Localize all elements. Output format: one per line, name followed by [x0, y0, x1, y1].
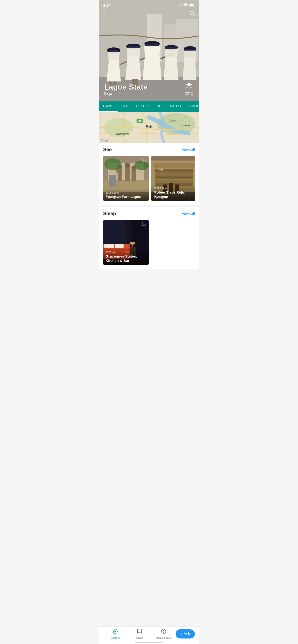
search-button[interactable] — [190, 10, 195, 17]
svg-rect-14 — [145, 44, 159, 46]
mobee-museum-distance: 13093.1km — [154, 187, 194, 190]
svg-rect-51 — [109, 175, 116, 187]
freedom-park-card[interactable]: 13055.1km Freedom Park Lagos ♥ 0 💬 0 — [103, 156, 149, 201]
svg-rect-61 — [155, 176, 193, 179]
svg-rect-11 — [128, 46, 139, 48]
svg-point-26 — [187, 83, 191, 86]
svg-rect-75 — [115, 244, 123, 248]
hero-subtitle: Ikeja — [104, 92, 147, 96]
heart-icon-2: ♥ — [154, 196, 156, 199]
freedom-park-overlay: 13055.1km Freedom Park Lagos ♥ 0 💬 0 — [103, 189, 149, 201]
heart-icon: ♥ — [106, 196, 107, 199]
svg-rect-60 — [155, 173, 193, 176]
svg-rect-19 — [184, 49, 196, 50]
comment-icon: 💬 — [112, 196, 116, 199]
svg-rect-8 — [109, 50, 118, 52]
status-time: 8:24 — [103, 3, 110, 8]
gracennys-bookmark[interactable] — [142, 222, 147, 228]
see-view-all-button[interactable]: View all — [182, 148, 195, 152]
svg-rect-49 — [131, 169, 136, 181]
map-container[interactable]: A5 Ojodu Ikorodu Ikeja ALIMOSHO Google — [99, 112, 199, 143]
tab-shop[interactable]: SHOP — [186, 100, 199, 112]
wifi-icon — [183, 3, 188, 8]
mobee-museum-overlay: 13093.1km Mobee Slave Relic Museum ♥ 0 💬… — [151, 184, 195, 201]
svg-point-53 — [104, 158, 121, 170]
tab-party[interactable]: PARTY — [166, 100, 186, 112]
see-section: See View all — [99, 143, 199, 205]
see-cards-row: 13055.1km Freedom Park Lagos ♥ 0 💬 0 — [103, 156, 195, 205]
gracennys-overlay: 13071km Gracennys Suites, Kitchen & Bar — [103, 248, 149, 265]
tab-home[interactable]: HOME — [99, 100, 117, 112]
battery-icon — [189, 3, 195, 8]
hero-section: ‹ Lagos State Ikeja 22°C — [99, 0, 199, 100]
freedom-park-stats: ♥ 0 💬 0 — [106, 196, 119, 199]
tab-see[interactable]: SEE — [117, 100, 132, 112]
svg-text:Ojodu: Ojodu — [169, 119, 176, 122]
svg-rect-1 — [190, 4, 194, 6]
svg-text:ALIMOSHO: ALIMOSHO — [116, 132, 129, 135]
sleep-cards-row: 13071km Gracennys Suites, Kitchen & Bar — [103, 220, 195, 269]
status-bar: 8:24 ▲ — [99, 0, 199, 10]
svg-text:Google: Google — [101, 139, 109, 142]
svg-text:Ikeja: Ikeja — [146, 125, 153, 128]
svg-text:A5: A5 — [138, 119, 141, 122]
back-button[interactable]: ‹ — [103, 10, 105, 17]
tab-eat[interactable]: EAT — [152, 100, 166, 112]
gracennys-card[interactable]: 13071km Gracennys Suites, Kitchen & Bar — [103, 220, 149, 265]
weather-icon — [184, 80, 194, 92]
sleep-view-all-button[interactable]: View all — [182, 212, 195, 216]
svg-point-78 — [129, 242, 135, 244]
see-title: See — [103, 147, 112, 152]
map-svg: A5 Ojodu Ikorodu Ikeja ALIMOSHO Google — [99, 112, 199, 143]
svg-rect-57 — [154, 163, 194, 168]
nav-tabs: HOME SEE SLEEP EAT PARTY SHOP — [99, 100, 199, 112]
sleep-section-header: Sleep View all — [103, 211, 195, 216]
svg-rect-44 — [117, 168, 122, 181]
mobee-museum-likes: ♥ 0 — [154, 196, 158, 199]
freedom-park-likes: ♥ 0 — [106, 196, 110, 199]
svg-point-48 — [125, 163, 130, 168]
freedom-park-comments: 💬 0 — [112, 196, 119, 199]
svg-line-25 — [193, 14, 194, 15]
mobee-museum-comments: 💬 0 — [161, 196, 167, 199]
freedom-park-bookmark[interactable] — [142, 158, 147, 164]
freedom-park-distance: 13055.1km — [106, 191, 146, 194]
weather-widget: 22°C — [184, 80, 194, 96]
svg-rect-74 — [104, 244, 114, 248]
gracennys-title: Gracennys Suites, Kitchen & Bar — [106, 254, 146, 263]
svg-rect-62 — [155, 180, 193, 182]
hero-info: Lagos State Ikeja — [104, 83, 147, 96]
comment-icon-2: 💬 — [161, 196, 164, 199]
sleep-section: Sleep View all — [99, 207, 199, 269]
location-icon: ▲ — [179, 4, 182, 7]
sleep-title: Sleep — [103, 211, 116, 216]
tab-sleep[interactable]: SLEEP — [132, 100, 152, 112]
hero-title: Lagos State — [104, 83, 147, 92]
svg-text:Ikorodu: Ikorodu — [181, 124, 190, 127]
weather-temp: 22°C — [184, 92, 194, 96]
see-section-header: See View all — [103, 147, 195, 152]
mobee-museum-card[interactable]: 13093.1km Mobee Slave Relic Museum ♥ 0 💬… — [151, 156, 195, 201]
svg-rect-47 — [125, 166, 130, 181]
status-icons: ▲ — [179, 3, 195, 8]
gracennys-distance: 13071km — [106, 251, 146, 254]
mobee-museum-stats: ♥ 0 💬 0 — [154, 196, 167, 199]
svg-rect-17 — [165, 48, 177, 49]
